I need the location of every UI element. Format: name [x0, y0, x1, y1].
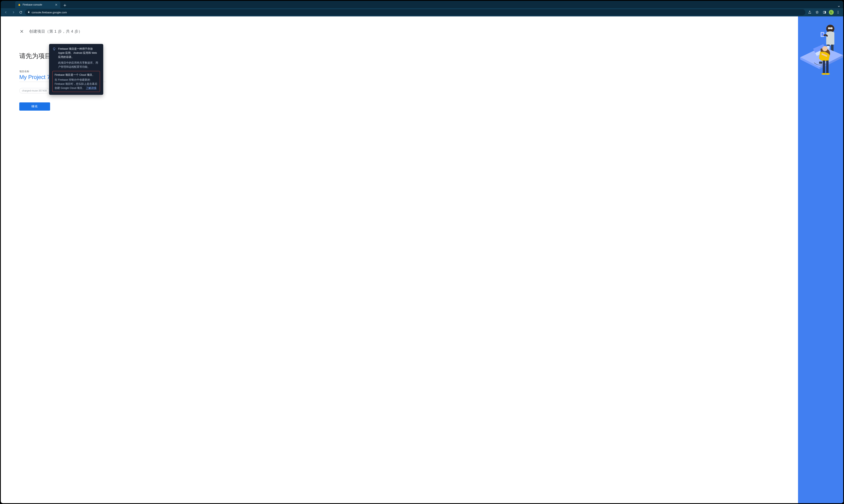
firebase-favicon-icon: [18, 3, 21, 6]
tooltip-line-1: Firebase 项目是一种用于存放 Apple 应用、Android 应用和 …: [58, 47, 100, 59]
svg-point-2: [838, 11, 838, 12]
svg-rect-1: [825, 11, 826, 14]
app-window: Firebase console console.firebase.google…: [1, 1, 843, 503]
info-tooltip: Firebase 项目是一种用于存放 Apple 应用、Android 应用和 …: [49, 44, 103, 95]
heading-prefix: 请先为项目: [19, 52, 51, 59]
svg-rect-32: [826, 60, 829, 73]
new-tab-button[interactable]: [62, 2, 68, 8]
illustration-panel: [798, 16, 843, 503]
profile-avatar[interactable]: L: [829, 10, 834, 15]
tooltip-line-2: 此项目中的应用将共享数据库、用户管理和远程配置等功能。: [58, 61, 100, 69]
share-button[interactable]: [807, 9, 813, 15]
browser-toolbar: console.firebase.google.com L: [1, 8, 843, 16]
svg-rect-29: [819, 61, 823, 64]
sidepanel-button[interactable]: [822, 9, 828, 15]
svg-rect-14: [828, 28, 833, 29]
bookmark-button[interactable]: [814, 9, 820, 15]
forward-button[interactable]: [10, 9, 16, 15]
browser-tab[interactable]: Firebase console: [15, 1, 60, 8]
address-bar[interactable]: console.firebase.google.com: [25, 9, 805, 15]
tooltip-box-body: 在 Firebase 控制台中创建新的 Firebase 项目时，您实际上是在幕…: [55, 78, 98, 90]
kebab-menu-button[interactable]: [835, 9, 841, 15]
page-content: 创建项目（第 1 步，共 4 步） 请先为项目® 轮 项目名称 charged-…: [1, 16, 185, 123]
svg-rect-31: [823, 60, 825, 73]
svg-point-6: [804, 24, 805, 24]
url-text: console.firebase.google.com: [32, 11, 67, 14]
svg-point-7: [810, 20, 810, 21]
svg-point-4: [838, 13, 838, 14]
svg-point-3: [838, 12, 838, 13]
tooltip-highlight-box: Firebase 项目是一个 Cloud 项目。 在 Firebase 控制台中…: [52, 71, 100, 92]
tab-title: Firebase console: [22, 3, 42, 6]
tab-close-icon[interactable]: [55, 3, 58, 6]
page-header: 创建项目（第 1 步，共 4 步）: [19, 29, 167, 34]
lightbulb-icon: [52, 47, 56, 51]
svg-point-30: [822, 46, 827, 51]
svg-point-34: [825, 73, 830, 75]
project-id-chip: charged-muse-357408: [19, 88, 50, 93]
tab-strip: Firebase console: [1, 1, 843, 8]
lock-icon: [28, 11, 30, 14]
page-title: 创建项目（第 1 步，共 4 步）: [29, 29, 83, 34]
page-viewport: 创建项目（第 1 步，共 4 步） 请先为项目® 轮 项目名称 charged-…: [1, 16, 843, 503]
tooltip-box-title: Firebase 项目是一个 Cloud 项目。: [55, 73, 98, 77]
back-button[interactable]: [3, 9, 9, 15]
continue-button[interactable]: 继续: [19, 103, 50, 111]
tabs-dropdown-button[interactable]: [837, 4, 841, 8]
reload-button[interactable]: [18, 9, 24, 15]
close-icon[interactable]: [19, 29, 24, 34]
learn-more-link[interactable]: 了解详情: [86, 87, 96, 89]
svg-rect-18: [822, 33, 823, 36]
